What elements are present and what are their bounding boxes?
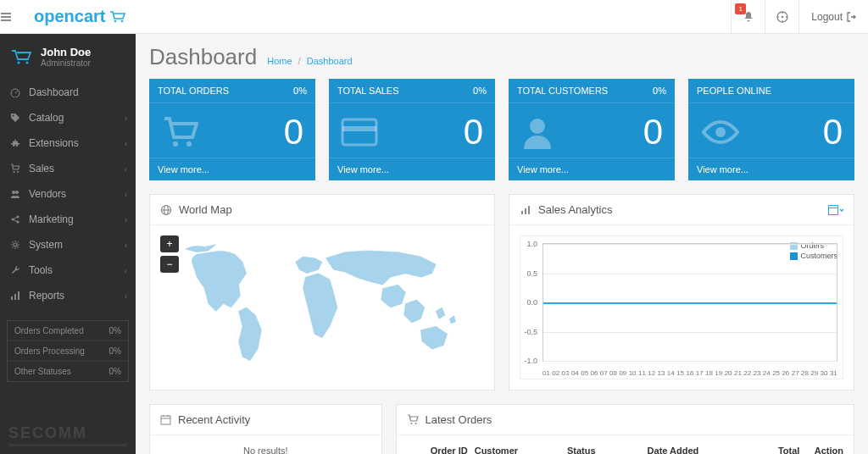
brand-logo[interactable]: opencart: [34, 7, 127, 26]
sidebar-item-label: System: [29, 239, 63, 251]
orders-columns: Order ID Customer Status Date Added Tota…: [407, 440, 843, 454]
logout-label: Logout: [811, 11, 843, 23]
logout-button[interactable]: Logout: [798, 0, 868, 34]
tile-view-more-link[interactable]: View more...: [149, 158, 315, 180]
top-header: opencart 1 Logout: [0, 0, 868, 34]
sidebar-item-dashboard[interactable]: Dashboard: [0, 80, 136, 105]
chevron-right-icon: ›: [125, 114, 127, 123]
tag-icon: [10, 113, 20, 123]
main-content: Dashboard Home / Dashboard TOTAL ORDERS0…: [136, 34, 868, 454]
svg-rect-16: [11, 296, 13, 300]
svg-point-3: [781, 15, 783, 18]
menu-toggle-button[interactable]: [0, 11, 34, 23]
sidebar-stat-row: Other Statuses0%: [8, 362, 128, 381]
map-title: World Map: [179, 203, 232, 216]
sidebar-item-marketing[interactable]: Marketing›: [0, 207, 136, 232]
sidebar-item-catalog[interactable]: Catalog›: [0, 105, 136, 130]
svg-rect-30: [829, 205, 838, 214]
tile-pct: 0%: [653, 86, 666, 96]
svg-point-33: [415, 423, 416, 424]
globe-icon: [160, 204, 172, 216]
sidebar-stat-row: Orders Completed0%: [8, 321, 128, 341]
sidebar-item-system[interactable]: System›: [0, 232, 136, 257]
calendar-icon: [160, 414, 171, 425]
latest-orders-panel: Latest Orders Order ID Customer Status D…: [396, 404, 854, 454]
card-icon: [341, 118, 378, 147]
chevron-right-icon: ›: [125, 164, 127, 174]
world-map-svg[interactable]: [160, 235, 484, 379]
svg-rect-22: [342, 126, 376, 131]
notification-badge: 1: [735, 3, 746, 14]
share-icon: [10, 214, 20, 224]
stat-tile-card: TOTAL SALES0%0View more...: [329, 79, 495, 180]
tile-view-more-link[interactable]: View more...: [329, 158, 495, 180]
sidebar-user: John Doe Administrator: [0, 34, 136, 80]
svg-point-8: [14, 171, 15, 173]
sales-chart: Orders Customers 1.00.50.0-0.5-1.0 01020…: [520, 235, 843, 379]
svg-rect-21: [342, 119, 376, 145]
breadcrumb-current[interactable]: Dashboard: [307, 56, 353, 66]
cart-icon: [407, 414, 419, 425]
tile-value: 0: [643, 112, 663, 152]
eye-icon: [700, 119, 741, 146]
svg-point-5: [26, 62, 29, 64]
sidebar-item-label: Reports: [29, 290, 64, 302]
sidebar-item-tools[interactable]: Tools›: [0, 257, 136, 283]
cart-icon: [161, 115, 198, 149]
svg-rect-28: [525, 208, 526, 214]
brand-text: opencart: [34, 7, 105, 26]
tile-value: 0: [464, 112, 483, 152]
gear-icon: [10, 240, 20, 250]
help-button[interactable]: [765, 0, 798, 34]
chevron-right-icon: ›: [125, 190, 127, 199]
wrench-icon: [10, 265, 20, 275]
svg-rect-29: [528, 206, 530, 214]
breadcrumb-home[interactable]: Home: [267, 56, 292, 66]
analytics-range-button[interactable]: [828, 205, 843, 215]
sidebar-item-extensions[interactable]: Extensions›: [0, 130, 136, 156]
svg-point-7: [13, 115, 14, 117]
tile-pct: 0%: [473, 86, 487, 96]
svg-point-1: [121, 19, 124, 22]
notifications-button[interactable]: 1: [731, 0, 765, 34]
sidebar-item-label: Sales: [29, 163, 54, 174]
sidebar-item-vendors[interactable]: Vendors›: [0, 181, 136, 207]
svg-point-4: [18, 62, 20, 64]
tile-title: PEOPLE ONLINE: [697, 86, 771, 96]
svg-rect-27: [521, 211, 523, 214]
sidebar-item-reports[interactable]: Reports›: [0, 283, 136, 308]
tile-pct: 0%: [293, 86, 307, 96]
stat-tiles: TOTAL ORDERS0%0View more...TOTAL SALES0%…: [149, 79, 854, 180]
tile-title: TOTAL ORDERS: [158, 86, 229, 96]
chevron-right-icon: ›: [125, 215, 127, 224]
tile-value: 0: [284, 112, 303, 152]
sidebar-item-label: Extensions: [29, 137, 79, 149]
tile-value: 0: [823, 112, 843, 152]
page-title: Dashboard: [149, 44, 257, 70]
svg-point-15: [14, 243, 17, 246]
bar-chart-icon: [520, 204, 531, 216]
svg-point-24: [715, 127, 726, 137]
watermark: SECOMM: [0, 424, 136, 446]
map-zoom-in-button[interactable]: +: [160, 235, 179, 252]
chart-icon: [10, 291, 20, 301]
puzzle-icon: [10, 138, 20, 148]
page-header: Dashboard Home / Dashboard: [149, 44, 854, 70]
chevron-right-icon: ›: [125, 241, 127, 250]
sidebar-item-label: Vendors: [29, 188, 66, 200]
recent-empty: No results!: [150, 435, 381, 454]
svg-point-9: [17, 171, 19, 173]
sidebar-item-sales[interactable]: Sales›: [0, 156, 136, 181]
tile-view-more-link[interactable]: View more...: [688, 158, 854, 180]
analytics-title: Sales Analytics: [538, 203, 612, 216]
chevron-right-icon: ›: [125, 266, 127, 275]
sidebar-item-label: Catalog: [29, 112, 64, 124]
svg-point-11: [15, 191, 19, 194]
map-zoom-out-button[interactable]: −: [160, 256, 179, 273]
sales-analytics-panel: Sales Analytics Orders Customers 1.00.50…: [509, 194, 854, 390]
sidebar-nav: DashboardCatalog›Extensions›Sales›Vendor…: [0, 80, 136, 308]
dashboard-icon: [10, 87, 20, 97]
sidebar-stat-row: Orders Processing0%: [8, 341, 128, 362]
tile-view-more-link[interactable]: View more...: [509, 158, 675, 180]
stat-tile-cart: TOTAL ORDERS0%0View more...: [149, 79, 315, 180]
